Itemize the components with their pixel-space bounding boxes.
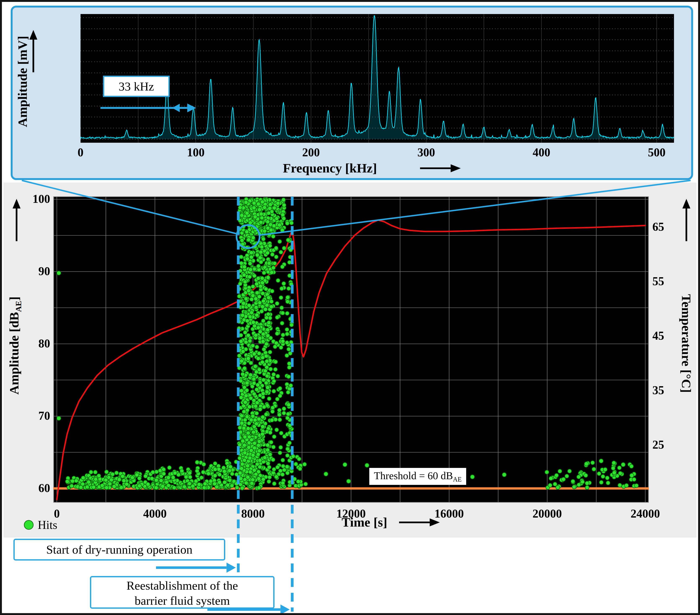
spectrum-x-axis-arrow <box>419 164 461 173</box>
spectrum-x-axis-label: Frequency [kHz] <box>283 161 377 176</box>
peak-spacing-callout: 33 kHz <box>103 76 170 97</box>
left-y-axis-arrow <box>12 198 21 242</box>
figure: Amplitude [mV] 0,2 0 Frequency [kHz] 33 … <box>0 0 700 615</box>
hits-legend: Hits <box>24 518 57 531</box>
time-axis-arrow <box>398 518 440 527</box>
dry-running-annotation: Start of dry-running operation <box>13 539 225 561</box>
threshold-label: Threshold = 60 dBAE <box>369 468 466 485</box>
right-y-axis-label: Temperature [°C] <box>679 294 694 393</box>
reestablishment-annotation: Reestablishment of the barrier fluid sys… <box>90 576 275 609</box>
right-y-axis-arrow <box>682 198 691 242</box>
left-y-axis-label: Amplitude [dBAE] <box>7 296 23 395</box>
hits-legend-marker <box>24 520 34 530</box>
spectrum-y-axis-label: Amplitude [mV] <box>15 36 30 127</box>
hits-legend-label: Hits <box>38 518 57 531</box>
time-axis-label: Time [s] <box>342 515 387 530</box>
ae-temperature-chart <box>53 196 649 503</box>
spectrum-y-axis-arrow <box>29 29 38 74</box>
